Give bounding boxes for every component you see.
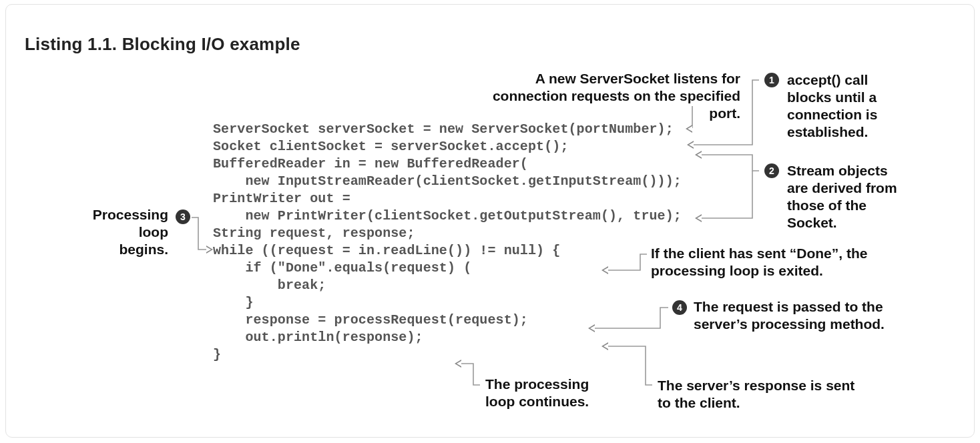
- listing-title: Listing 1.1. Blocking I/O example: [25, 34, 300, 55]
- arrowhead-icon: [687, 141, 694, 149]
- marker-2: 2: [764, 163, 779, 178]
- arrowhead-icon: [601, 266, 608, 274]
- arrowhead-icon: [206, 246, 213, 254]
- arrowhead-icon: [686, 125, 692, 133]
- annotation-accept-blocks: accept() call blocks until a connection …: [787, 71, 887, 141]
- arrowhead-icon: [695, 214, 702, 222]
- annotation-stream-objects: Stream objects are derived from those of…: [787, 162, 901, 232]
- annotation-serversocket-listens: A new ServerSocket listens for connectio…: [467, 70, 740, 122]
- arrowhead-icon: [695, 151, 702, 159]
- marker-3: 3: [176, 209, 190, 224]
- marker-1: 1: [764, 73, 779, 87]
- page-root: Listing 1.1. Blocking I/O example A new …: [0, 0, 980, 443]
- annotation-request-passed: The request is passed to the server’s pr…: [694, 298, 901, 333]
- arrowhead-icon: [601, 342, 608, 350]
- arrowhead-icon: [588, 324, 595, 332]
- listing-card: Listing 1.1. Blocking I/O example A new …: [5, 4, 975, 438]
- annotation-loop-continues: The processing loop continues.: [485, 376, 619, 410]
- annotation-done-exits-loop: If the client has sent “Done”, the proce…: [651, 245, 878, 280]
- annotation-processing-loop-begins: Processing loop begins.: [88, 206, 168, 258]
- arrowhead-icon: [455, 360, 461, 368]
- annotation-response-sent: The server’s response is sent to the cli…: [658, 377, 858, 412]
- code-listing: ServerSocket serverSocket = new ServerSo…: [213, 121, 682, 364]
